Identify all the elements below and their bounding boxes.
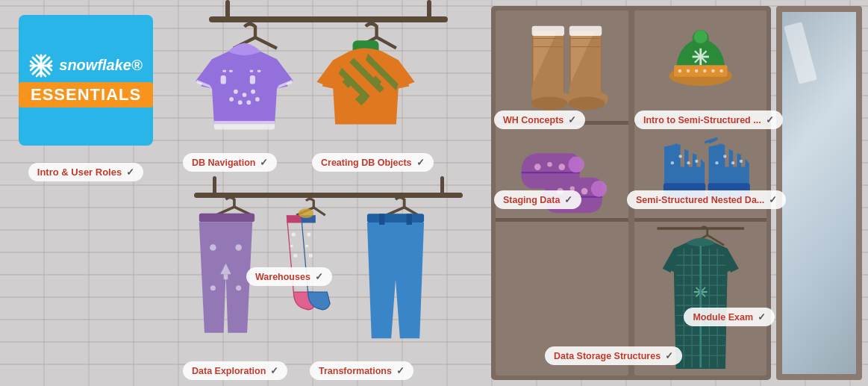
svg-rect-56 [379,214,384,225]
svg-point-91 [687,161,690,164]
semi-structured-nested-check: ✓ [769,194,777,205]
creating-db-objects-check: ✓ [416,157,425,168]
intro-user-roles-check: ✓ [126,166,134,178]
bottom-rack-support-left [213,176,216,194]
creating-db-objects-label: Creating DB Objects [321,158,412,168]
data-exploration-label: Data Exploration [192,366,266,376]
svg-point-26 [255,97,260,102]
snowflake-icon [29,54,53,78]
snowflake-logo: snowflake® ESSENTIALS [19,15,153,146]
blue-pants [351,194,440,347]
data-storage-structures-check: ✓ [665,350,673,361]
data-exploration-check: ✓ [270,365,278,376]
bottom-rack-support-right [440,176,444,194]
svg-point-47 [293,254,297,258]
svg-point-84 [711,69,714,72]
svg-point-73 [581,188,588,195]
transformations-badge[interactable]: Transformations ✓ [310,361,413,380]
semi-structured-nested-badge[interactable]: Semi-Structured Nested Da... ✓ [627,190,786,209]
module-exam-label: Module Exam [693,312,753,323]
svg-point-68 [547,162,552,167]
svg-point-81 [686,69,689,72]
rack-support-left [225,0,230,18]
svg-rect-14 [223,70,226,72]
svg-point-87 [693,30,707,43]
intro-semi-structured-check: ✓ [766,114,774,125]
warehouses-label: Warehouses [255,272,310,282]
svg-point-95 [723,155,726,158]
svg-point-80 [678,69,681,72]
transformations-check: ✓ [396,365,405,376]
svg-point-85 [719,69,722,72]
svg-rect-61 [532,26,565,36]
wardrobe-hat-area [637,13,764,122]
svg-point-51 [309,254,313,258]
svg-rect-75 [674,65,727,77]
colorful-socks [272,194,340,332]
svg-rect-16 [250,70,253,72]
svg-point-82 [694,69,697,72]
left-section: snowflake® ESSENTIALS Intro & User Roles… [0,0,172,386]
svg-point-22 [251,90,255,94]
creating-db-objects-badge[interactable]: Creating DB Objects ✓ [312,153,434,172]
svg-point-25 [246,100,251,105]
svg-point-46 [290,244,293,247]
staging-data-label: Staging Data [503,195,560,205]
svg-point-45 [292,232,296,236]
svg-rect-18 [221,75,226,84]
db-navigation-label: DB Navigation [192,158,255,168]
shelf-divider-2 [496,218,628,222]
svg-point-49 [307,232,310,236]
db-navigation-check: ✓ [260,157,268,168]
svg-point-41 [236,285,241,290]
wh-concepts-badge[interactable]: WH Concepts ✓ [494,110,585,129]
intro-semi-structured-badge[interactable]: Intro to Semi-Structured ... ✓ [634,110,783,129]
svg-point-89 [670,161,673,164]
svg-point-94 [715,161,718,164]
wh-concepts-check: ✓ [568,114,576,125]
staging-data-badge[interactable]: Staging Data ✓ [494,190,581,209]
svg-point-97 [739,160,742,163]
svg-point-66 [568,157,584,173]
svg-point-50 [305,244,308,247]
svg-point-23 [229,97,234,102]
main-content: snowflake® ESSENTIALS Intro & User Roles… [0,0,868,386]
intro-user-roles-label: Intro & User Roles [37,166,122,178]
intro-user-roles-badge[interactable]: Intro & User Roles ✓ [28,163,143,181]
module-exam-check: ✓ [758,311,766,323]
svg-point-40 [210,285,216,290]
intro-semi-structured-label: Intro to Semi-Structured ... [643,115,761,125]
svg-point-36 [210,244,216,251]
right-section: WH Concepts ✓ Intro to Semi-Structured .… [485,0,868,386]
semi-structured-nested-label: Semi-Structured Nested Da... [636,195,764,205]
transformations-label: Transformations [319,366,392,376]
staging-data-check: ✓ [564,194,572,205]
warehouses-check: ✓ [315,271,323,282]
svg-point-24 [238,100,243,105]
svg-point-52 [299,208,314,218]
svg-point-69 [558,164,565,170]
svg-point-96 [731,161,734,164]
svg-point-70 [591,181,608,197]
db-navigation-badge[interactable]: DB Navigation ✓ [183,153,277,172]
middle-section: DB Navigation ✓ Creating DB Objects ✓ [172,0,485,386]
data-storage-structures-label: Data Storage Structures [554,351,661,361]
svg-rect-19 [250,75,255,84]
svg-rect-57 [407,214,412,225]
svg-line-27 [377,37,396,49]
svg-rect-35 [199,214,255,222]
mirror-reflection [784,22,817,84]
wh-concepts-label: WH Concepts [503,115,563,125]
brand-name-label: snowflake® [59,57,142,74]
svg-point-62 [569,97,605,110]
svg-rect-39 [224,274,228,279]
svg-point-90 [678,155,681,158]
data-storage-structures-badge[interactable]: Data Storage Structures ✓ [545,346,682,365]
svg-point-37 [235,244,242,251]
module-exam-badge[interactable]: Module Exam ✓ [684,308,775,326]
svg-point-20 [234,90,238,94]
warehouses-badge[interactable]: Warehouses ✓ [246,267,332,286]
data-exploration-badge[interactable]: Data Exploration ✓ [183,361,287,380]
svg-point-92 [695,160,698,163]
svg-point-67 [534,164,541,170]
